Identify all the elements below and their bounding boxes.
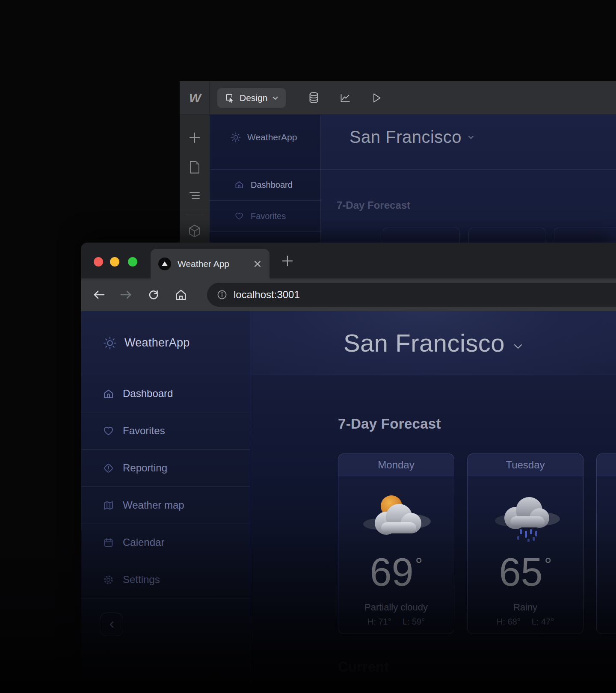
components-button[interactable] — [180, 220, 210, 242]
minimize-window-button[interactable] — [110, 257, 119, 267]
browser-nav-bar: localhost:3001 — [81, 278, 616, 311]
page-icon — [188, 160, 201, 175]
plus-icon — [188, 131, 201, 145]
url-text: localhost:3001 — [234, 289, 300, 301]
preview-app-logo: WeatherApp — [230, 132, 297, 143]
new-tab-button[interactable] — [281, 255, 293, 267]
forecast-title: 7-Day Forecast — [338, 416, 616, 432]
forward-button[interactable] — [120, 288, 133, 301]
temperature-value: 65 — [499, 552, 542, 592]
collapse-sidebar-button[interactable] — [100, 613, 123, 636]
sidebar-item-reporting[interactable]: Reporting — [81, 450, 250, 487]
tab-close-button[interactable] — [253, 260, 262, 268]
design-mode-label: Design — [240, 93, 267, 103]
database-icon — [308, 92, 320, 104]
high-temp: H: 68° — [497, 617, 521, 627]
condition-label: Rainy — [513, 602, 537, 613]
browser-window: Weather App — [81, 243, 616, 693]
tab-title: Weather App — [178, 259, 247, 269]
site-info-icon[interactable] — [216, 289, 228, 300]
tab-favicon — [158, 258, 171, 270]
temperature-value: 69 — [370, 552, 413, 592]
high-temp: H: 71° — [367, 617, 391, 627]
sun-icon — [230, 132, 241, 143]
heart-icon — [234, 211, 244, 221]
sidebar-item-favorites[interactable]: Favorites — [81, 412, 250, 450]
add-element-button[interactable] — [180, 127, 210, 149]
line-chart-icon — [339, 92, 351, 104]
browser-tab-bar: Weather App — [81, 243, 616, 278]
sidebar-item-label: Reporting — [123, 462, 167, 474]
play-icon — [371, 92, 382, 104]
design-cursor-icon — [225, 93, 235, 103]
home-icon — [103, 388, 114, 400]
preview-forecast-title: 7-Day Forecast — [337, 199, 410, 211]
cms-button[interactable] — [308, 92, 320, 104]
preview-app-name: WeatherApp — [247, 132, 297, 142]
forecast-card-monday[interactable]: Monday — [338, 453, 454, 634]
url-bar[interactable]: localhost:3001 — [207, 283, 616, 307]
app-header: San Francisco — [250, 311, 616, 375]
current-section-title: Current — [338, 659, 616, 675]
sidebar-item-calendar[interactable]: Calendar — [81, 524, 250, 561]
sidebar-item-label: Favorites — [123, 425, 165, 437]
map-icon — [103, 500, 114, 511]
analytics-button[interactable] — [339, 92, 351, 104]
chevron-down-icon — [272, 96, 278, 100]
low-temp: L: 59° — [403, 617, 425, 627]
design-mode-button[interactable]: Design — [217, 88, 286, 108]
calendar-icon — [103, 537, 114, 548]
pages-button[interactable] — [180, 156, 210, 178]
navigator-button[interactable] — [180, 184, 210, 207]
low-temp: L: 47° — [532, 617, 554, 627]
preview-nav-dashboard: Dashboard — [210, 169, 321, 201]
sidebar-item-label: Weather map — [123, 499, 184, 511]
design-tool-toolbar: W Design — [180, 81, 616, 115]
app-logo: WeatherApp — [81, 311, 250, 375]
home-button[interactable] — [175, 288, 187, 301]
plus-icon — [281, 255, 293, 267]
day-label: Tuesday — [506, 459, 545, 471]
preview-location-heading: San Francisco — [349, 127, 474, 147]
location-selector[interactable]: San Francisco — [344, 329, 505, 357]
sidebar-item-weather-map[interactable]: Weather map — [81, 487, 250, 524]
chevron-left-icon — [107, 620, 116, 629]
forecast-card-partial[interactable] — [596, 453, 616, 634]
app-main: San Francisco 7-Day Forecast Monday — [250, 311, 616, 693]
degree-symbol: ° — [415, 556, 423, 592]
triangle-icon — [162, 261, 168, 266]
day-label: Monday — [378, 459, 414, 471]
browser-tab[interactable]: Weather App — [151, 249, 270, 278]
sidebar-item-label: Calendar — [123, 536, 164, 548]
heart-icon — [103, 425, 114, 437]
zoom-window-button[interactable] — [128, 257, 137, 267]
alert-diamond-icon — [103, 462, 114, 474]
gear-icon — [103, 574, 114, 586]
close-window-button[interactable] — [94, 257, 103, 267]
webflow-logo[interactable]: W — [180, 81, 210, 115]
sun-icon — [103, 336, 117, 350]
sidebar-item-label: Settings — [123, 574, 160, 586]
sidebar-item-settings[interactable]: Settings — [81, 561, 250, 598]
cube-icon — [188, 224, 201, 238]
forecast-section: 7-Day Forecast Monday — [250, 375, 616, 675]
condition-label: Partially cloudy — [364, 602, 428, 613]
desktop: W Design — [0, 0, 616, 693]
home-icon — [234, 180, 244, 190]
forecast-card-tuesday[interactable]: Tuesday — [467, 453, 583, 634]
webflow-logo-glyph: W — [189, 91, 200, 105]
preview-nav-favorites: Favorites — [210, 201, 321, 232]
navigator-icon — [188, 191, 201, 200]
forecast-cards-row: Monday — [338, 453, 616, 634]
back-button[interactable] — [92, 288, 105, 301]
app-sidebar: WeatherApp Dashboard — [81, 311, 250, 693]
app-name: WeatherApp — [124, 336, 190, 349]
preview-button[interactable] — [371, 92, 382, 104]
sidebar-item-dashboard[interactable]: Dashboard — [81, 375, 250, 412]
reload-button[interactable] — [147, 288, 160, 301]
sidebar-item-label: Dashboard — [123, 388, 173, 400]
degree-symbol: ° — [545, 556, 552, 592]
rail-divider — [186, 214, 203, 214]
chevron-down-icon[interactable] — [513, 344, 523, 349]
sun-behind-cloud-icon — [360, 488, 432, 543]
